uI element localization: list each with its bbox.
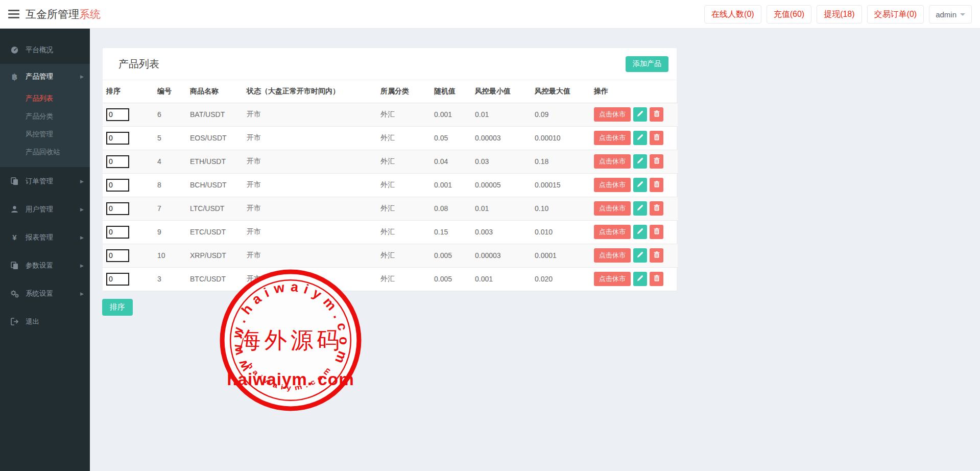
product-name-cell: ETC/USDT (186, 220, 243, 244)
delete-button[interactable] (650, 201, 663, 216)
sidebar-item-product-recycle-bin[interactable]: 产品回收站 (0, 143, 90, 161)
sidebar-item-order-management[interactable]: 订单管理 ▶ (0, 167, 90, 195)
delete-button[interactable] (650, 107, 663, 122)
column-header: 编号 (154, 80, 186, 103)
delete-button[interactable] (650, 154, 663, 169)
risk-max-cell: 0.0001 (531, 244, 590, 267)
delete-button[interactable] (650, 225, 663, 239)
pencil-icon (637, 275, 643, 283)
sidebar-item-label: 平台概况 (26, 45, 85, 55)
table-row: 7 LTC/USDT 开市 外汇 0.08 0.01 0.10 点击休市 (103, 197, 678, 220)
user-dropdown[interactable]: admin (929, 5, 972, 23)
sort-order-input[interactable] (106, 249, 129, 262)
edit-button[interactable] (633, 154, 647, 169)
user-name: admin (936, 10, 957, 19)
sidebar-item-report-management[interactable]: ¥ 报表管理 ▶ (0, 223, 90, 251)
trash-icon (654, 181, 660, 189)
delete-button[interactable] (650, 178, 663, 192)
product-category-cell: 外汇 (377, 150, 431, 173)
edit-button[interactable] (633, 248, 647, 263)
panel-header: 产品列表 添加产品 (103, 48, 677, 80)
random-value-cell: 0.005 (431, 267, 471, 291)
table-row: 3 BTC/USDT 开市 外汇 0.005 0.001 0.020 点击休市 (103, 267, 678, 291)
product-id-cell: 9 (154, 220, 186, 244)
sidebar-item-platform-overview[interactable]: 平台概况 (0, 36, 90, 64)
sidebar-item-label: 系统设置 (26, 289, 74, 298)
trash-icon (654, 251, 660, 260)
product-name-cell: BTC/USDT (186, 267, 243, 291)
sort-order-input[interactable] (106, 179, 129, 192)
table-row: 10 XRP/USDT 开市 外汇 0.005 0.00003 0.0001 点… (103, 244, 678, 267)
sidebar-item-product-category[interactable]: 产品分类 (0, 107, 90, 125)
close-market-button[interactable]: 点击休市 (594, 178, 631, 192)
table-row: 6 BAT/USDT 开市 外汇 0.001 0.01 0.09 点击休市 (103, 103, 678, 126)
online-users-button[interactable]: 在线人数(0) (704, 5, 761, 23)
column-header: 商品名称 (186, 80, 243, 103)
withdraw-button[interactable]: 提现(18) (817, 5, 862, 23)
table-row: 5 EOS/USDT 开市 外汇 0.05 0.00003 0.00010 点击… (103, 126, 678, 150)
sidebar-item-product-list[interactable]: 产品列表 (0, 89, 90, 107)
sidebar-item-label: 退出 (26, 317, 85, 326)
sort-order-input[interactable] (106, 108, 129, 121)
sidebar-item-product-management[interactable]: ฿ 产品管理 ▶ (0, 64, 90, 89)
risk-max-cell: 0.010 (531, 220, 590, 244)
edit-button[interactable] (633, 107, 647, 122)
close-market-button[interactable]: 点击休市 (594, 131, 631, 145)
sort-order-input[interactable] (106, 226, 129, 239)
delete-button[interactable] (650, 272, 663, 286)
edit-button[interactable] (633, 225, 647, 239)
app-title: 互金所管理系统 (26, 0, 101, 29)
sidebar-item-label: 报表管理 (26, 233, 74, 242)
sidebar-item-risk-management[interactable]: 风控管理 (0, 125, 90, 143)
row-actions: 点击休市 (594, 178, 676, 192)
recharge-button[interactable]: 充值(60) (767, 5, 811, 23)
watermark-arc-top-text: www.haiwaiym.com (229, 278, 352, 374)
product-status-cell: 开市 (243, 173, 377, 197)
close-market-button[interactable]: 点击休市 (594, 225, 631, 239)
edit-button[interactable] (633, 272, 647, 286)
edit-button[interactable] (633, 201, 647, 216)
close-market-button[interactable]: 点击休市 (594, 272, 631, 286)
delete-button[interactable] (650, 248, 663, 263)
sort-submit-button[interactable]: 排序 (102, 299, 133, 316)
sort-order-input[interactable] (106, 273, 129, 286)
risk-min-cell: 0.03 (471, 150, 531, 173)
close-market-button[interactable]: 点击休市 (594, 248, 631, 263)
svg-text:www.haiwaiym.com: www.haiwaiym.com (229, 278, 352, 374)
bitcoin-icon: ฿ (10, 72, 19, 82)
risk-min-cell: 0.00005 (471, 173, 531, 197)
chevron-right-icon: ▶ (80, 179, 84, 184)
edit-button[interactable] (633, 178, 647, 192)
pencil-icon (637, 228, 643, 236)
edit-button[interactable] (633, 131, 647, 145)
product-status-cell: 开市 (243, 197, 377, 220)
trash-icon (654, 275, 660, 283)
sidebar-item-user-management[interactable]: 用户管理 ▶ (0, 195, 90, 223)
close-market-button[interactable]: 点击休市 (594, 154, 631, 169)
add-product-button[interactable]: 添加产品 (626, 56, 668, 72)
trash-icon (654, 228, 660, 236)
product-name-cell: ETH/USDT (186, 150, 243, 173)
sidebar-item-label: 用户管理 (26, 205, 74, 214)
close-market-button[interactable]: 点击休市 (594, 201, 631, 216)
trash-icon (654, 110, 660, 119)
column-header: 排序 (103, 80, 154, 103)
chevron-down-icon (960, 13, 965, 16)
hamburger-menu-icon[interactable] (8, 10, 19, 19)
risk-min-cell: 0.003 (471, 220, 531, 244)
sort-order-input[interactable] (106, 132, 129, 145)
delete-button[interactable] (650, 131, 663, 145)
sidebar-group-product-management: ฿ 产品管理 ▶ 产品列表 产品分类 风控管理 产品回收站 (0, 64, 90, 167)
trade-orders-button[interactable]: 交易订单(0) (867, 5, 924, 23)
close-market-button[interactable]: 点击休市 (594, 107, 631, 122)
product-status-cell: 开市 (243, 267, 377, 291)
sort-order-input[interactable] (106, 155, 129, 168)
product-list-panel: 产品列表 添加产品 排序编号商品名称状态（大盘正常开市时间内）所属分类随机值风控… (102, 48, 677, 292)
sort-order-input[interactable] (106, 202, 129, 215)
pencil-icon (637, 181, 643, 189)
sidebar-item-system-settings[interactable]: 系统设置 ▶ (0, 279, 90, 308)
sidebar-item-logout[interactable]: 退出 (0, 308, 90, 336)
chevron-right-icon: ▶ (80, 235, 84, 240)
product-id-cell: 5 (154, 126, 186, 150)
sidebar-item-parameter-settings[interactable]: 参数设置 ▶ (0, 251, 90, 279)
